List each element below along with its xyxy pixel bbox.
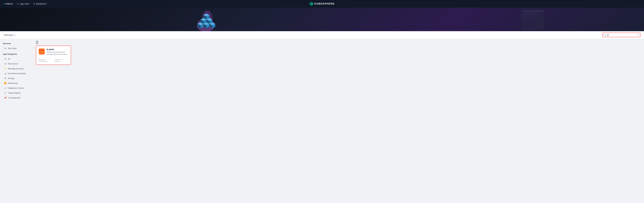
categories-title: App Categories [0, 53, 32, 56]
app-name-jh-gitlab: jh-gitlab [47, 48, 68, 51]
svg-rect-25 [522, 14, 537, 15]
svg-rect-26 [522, 16, 540, 17]
networking-label: Networking [8, 82, 18, 84]
prometheus-exporter-label: Prometheus Exporter [8, 72, 26, 75]
hero-right-decoration [518, 8, 548, 31]
sidebar-item-web-server[interactable]: 🖥 Web Server [1, 61, 31, 66]
sidebar: Discover 🛍 New Apps App Categories ⊞ All… [0, 39, 32, 203]
uncategorized-icon: 📌 [4, 97, 6, 99]
new-apps-icon: 🛍 [4, 47, 6, 49]
database-cache-icon: 🗃 [4, 87, 6, 89]
app-store-label: App Store [20, 3, 29, 5]
app-store-icon: 🛒 [17, 3, 19, 5]
svg-rect-27 [522, 18, 534, 19]
app-card-footer-jh-gitlab: Maintainer: JiHu(GitLab) Latest: 5.9.2 [… [38, 59, 68, 62]
search-input[interactable] [602, 33, 640, 37]
all-label: All [8, 58, 10, 60]
app-desc-jh-gitlab: Web-based Git-repository manager with wi… [47, 51, 68, 56]
sidebar-item-new-apps[interactable]: 🛍 New Apps [1, 46, 31, 51]
tab-all[interactable]: All [36, 40, 38, 44]
sidebar-item-image-registry[interactable]: ⚙ Image Registry [1, 90, 31, 95]
search-icon: 🔍 [604, 34, 606, 36]
database-cache-label: Database & Cache [8, 87, 24, 89]
workbench-label: Workbench [36, 3, 46, 5]
app-latest-jh-gitlab: Latest: 5.9.2 [14.8.2] [55, 59, 68, 62]
content-area: All jh-gitlab Web-based Git-reposito [32, 39, 644, 203]
total-apps-label: Total Apps: 1 [4, 34, 15, 36]
image-registry-label: Image Registry [8, 92, 21, 94]
hero-cubes-illustration [193, 9, 226, 31]
main-content: Discover 🛍 New Apps App Categories ⊞ All… [0, 39, 644, 203]
sidebar-item-uncategorized[interactable]: 📌 Uncategorized [1, 95, 31, 100]
storage-icon: 🗄 [4, 77, 6, 79]
web-server-icon: 🖥 [4, 63, 6, 65]
app-store-nav-item[interactable]: 🛒 App Store [17, 3, 29, 5]
sidebar-item-all[interactable]: ⊞ All [1, 57, 31, 61]
image-registry-icon: ⚙ [4, 92, 6, 94]
platform-nav-item[interactable]: Platform [4, 3, 13, 5]
search-container: 🔍 ✕ [602, 33, 640, 37]
filter-bar: Total Apps: 1 🔍 ✕ [0, 31, 644, 39]
top-navigation: Platform 🛒 App Store 🖥 Workbench KUBESPH… [0, 0, 644, 8]
sidebar-item-message-queuing[interactable]: ⚡ Message Queuing [1, 66, 31, 71]
app-maintainer-jh-gitlab: Maintainer: JiHu(GitLab) [38, 59, 55, 62]
new-apps-label: New Apps [8, 47, 16, 49]
sidebar-item-networking[interactable]: 📶 Networking [1, 81, 31, 85]
app-card-divider [38, 57, 68, 58]
app-card-jh-gitlab[interactable]: jh-gitlab Web-based Git-repository manag… [36, 46, 71, 65]
workbench-nav-item[interactable]: 🖥 Workbench [33, 3, 46, 5]
discover-section: Discover 🛍 New Apps [0, 42, 32, 51]
app-logo-jh-gitlab [38, 48, 45, 55]
workbench-icon: 🖥 [33, 3, 35, 5]
message-queuing-label: Message Queuing [8, 68, 24, 70]
svg-rect-24 [522, 11, 543, 12]
app-grid: jh-gitlab Web-based Git-repository manag… [36, 46, 640, 65]
platform-label: Platform [5, 3, 13, 5]
app-info-jh-gitlab: jh-gitlab Web-based Git-repository manag… [47, 48, 68, 56]
hero-banner [0, 8, 644, 31]
categories-section: App Categories ⊞ All 🖥 Web Server ⚡ Mess… [0, 53, 32, 100]
svg-rect-23 [521, 9, 544, 30]
discover-title: Discover [0, 42, 32, 46]
sidebar-item-prometheus-exporter[interactable]: 📊 Prometheus Exporter [1, 71, 31, 76]
tab-area: All [36, 39, 640, 46]
kubesphere-logo-icon [309, 2, 314, 6]
web-server-label: Web Server [8, 63, 18, 65]
platform-dot-icon [4, 4, 4, 4]
sidebar-item-database-cache[interactable]: 🗃 Database & Cache [1, 86, 31, 90]
prometheus-exporter-icon: 📊 [4, 72, 6, 75]
storage-label: Storage [8, 77, 15, 79]
search-clear-button[interactable]: ✕ [638, 34, 639, 36]
sidebar-item-storage[interactable]: 🗄 Storage [1, 76, 31, 81]
logo-text: KUBESPHERE [314, 2, 335, 5]
message-queuing-icon: ⚡ [4, 67, 6, 70]
all-icon: ⊞ [4, 58, 6, 60]
uncategorized-label: Uncategorized [8, 97, 20, 99]
networking-icon: 📶 [4, 82, 6, 84]
